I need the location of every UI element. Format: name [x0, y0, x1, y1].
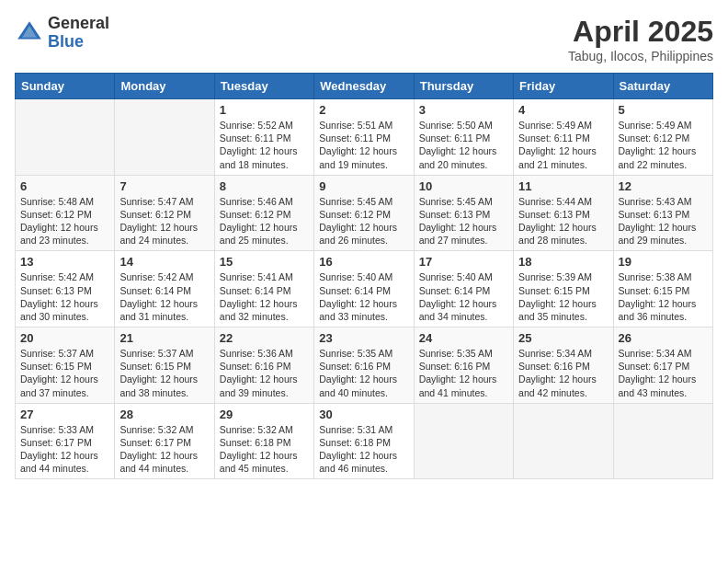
- calendar-cell: 1Sunrise: 5:52 AM Sunset: 6:11 PM Daylig…: [214, 99, 313, 176]
- day-number: 23: [319, 331, 408, 345]
- day-info: Sunrise: 5:49 AM Sunset: 6:12 PM Dayligh…: [619, 119, 708, 171]
- day-number: 3: [419, 103, 508, 117]
- day-info: Sunrise: 5:40 AM Sunset: 6:14 PM Dayligh…: [319, 270, 408, 323]
- day-info: Sunrise: 5:35 AM Sunset: 6:16 PM Dayligh…: [319, 347, 408, 399]
- calendar-cell: 11Sunrise: 5:44 AM Sunset: 6:13 PM Dayli…: [514, 175, 613, 251]
- calendar-cell: 2Sunrise: 5:51 AM Sunset: 6:11 PM Daylig…: [314, 99, 414, 176]
- calendar-cell: [514, 403, 613, 479]
- calendar-week-row: 1Sunrise: 5:52 AM Sunset: 6:11 PM Daylig…: [16, 99, 713, 176]
- day-info: Sunrise: 5:52 AM Sunset: 6:11 PM Dayligh…: [220, 119, 309, 171]
- day-info: Sunrise: 5:32 AM Sunset: 6:18 PM Dayligh…: [220, 423, 309, 476]
- day-number: 15: [220, 255, 309, 269]
- calendar-cell: 6Sunrise: 5:48 AM Sunset: 6:12 PM Daylig…: [16, 175, 115, 251]
- day-info: Sunrise: 5:46 AM Sunset: 6:12 PM Dayligh…: [220, 195, 309, 247]
- calendar-cell: 20Sunrise: 5:37 AM Sunset: 6:15 PM Dayli…: [16, 327, 115, 404]
- day-number: 26: [619, 331, 708, 345]
- calendar-cell: 29Sunrise: 5:32 AM Sunset: 6:18 PM Dayli…: [214, 403, 313, 479]
- day-number: 29: [220, 408, 309, 421]
- calendar-cell: 27Sunrise: 5:33 AM Sunset: 6:17 PM Dayli…: [16, 403, 115, 479]
- day-info: Sunrise: 5:43 AM Sunset: 6:13 PM Dayligh…: [619, 195, 708, 247]
- calendar-week-row: 6Sunrise: 5:48 AM Sunset: 6:12 PM Daylig…: [16, 175, 713, 251]
- day-info: Sunrise: 5:45 AM Sunset: 6:12 PM Dayligh…: [319, 195, 408, 247]
- day-number: 6: [20, 179, 109, 193]
- day-number: 28: [119, 408, 209, 421]
- day-number: 13: [20, 255, 109, 269]
- calendar-cell: 28Sunrise: 5:32 AM Sunset: 6:17 PM Dayli…: [115, 403, 214, 479]
- calendar-header-row: SundayMondayTuesdayWednesdayThursdayFrid…: [16, 74, 713, 99]
- day-number: 21: [119, 331, 209, 345]
- calendar-cell: 8Sunrise: 5:46 AM Sunset: 6:12 PM Daylig…: [214, 175, 313, 251]
- location: Tabug, Ilocos, Philippines: [568, 49, 713, 63]
- calendar-cell: 7Sunrise: 5:47 AM Sunset: 6:12 PM Daylig…: [115, 175, 214, 251]
- logo-blue: Blue: [48, 33, 109, 52]
- calendar-cell: 24Sunrise: 5:35 AM Sunset: 6:16 PM Dayli…: [414, 327, 513, 404]
- day-info: Sunrise: 5:41 AM Sunset: 6:14 PM Dayligh…: [220, 270, 309, 323]
- page-header: General Blue April 2025 Tabug, Ilocos, P…: [15, 15, 713, 63]
- day-info: Sunrise: 5:42 AM Sunset: 6:13 PM Dayligh…: [20, 270, 109, 323]
- logo-text: General Blue: [48, 15, 109, 52]
- calendar-week-row: 13Sunrise: 5:42 AM Sunset: 6:13 PM Dayli…: [16, 251, 713, 327]
- day-info: Sunrise: 5:37 AM Sunset: 6:15 PM Dayligh…: [119, 347, 209, 399]
- day-number: 18: [518, 255, 608, 269]
- day-number: 24: [419, 331, 508, 345]
- calendar-cell: 9Sunrise: 5:45 AM Sunset: 6:12 PM Daylig…: [314, 175, 414, 251]
- calendar-cell: 3Sunrise: 5:50 AM Sunset: 6:11 PM Daylig…: [414, 99, 513, 176]
- day-number: 9: [319, 179, 408, 193]
- day-info: Sunrise: 5:51 AM Sunset: 6:11 PM Dayligh…: [319, 119, 408, 171]
- calendar-cell: 19Sunrise: 5:38 AM Sunset: 6:15 PM Dayli…: [613, 251, 712, 327]
- logo-icon: [15, 18, 44, 48]
- calendar-cell: 12Sunrise: 5:43 AM Sunset: 6:13 PM Dayli…: [613, 175, 712, 251]
- calendar-cell: 16Sunrise: 5:40 AM Sunset: 6:14 PM Dayli…: [314, 251, 414, 327]
- calendar-cell: 17Sunrise: 5:40 AM Sunset: 6:14 PM Dayli…: [414, 251, 513, 327]
- calendar-cell: 5Sunrise: 5:49 AM Sunset: 6:12 PM Daylig…: [613, 99, 712, 176]
- day-info: Sunrise: 5:34 AM Sunset: 6:17 PM Dayligh…: [619, 347, 708, 399]
- calendar-cell: [613, 403, 712, 479]
- day-info: Sunrise: 5:35 AM Sunset: 6:16 PM Dayligh…: [419, 347, 508, 399]
- calendar-cell: 22Sunrise: 5:36 AM Sunset: 6:16 PM Dayli…: [214, 327, 313, 404]
- calendar-cell: 18Sunrise: 5:39 AM Sunset: 6:15 PM Dayli…: [514, 251, 613, 327]
- day-number: 1: [220, 103, 309, 117]
- day-info: Sunrise: 5:31 AM Sunset: 6:18 PM Dayligh…: [319, 423, 408, 476]
- calendar-cell: [16, 99, 115, 176]
- calendar-cell: 14Sunrise: 5:42 AM Sunset: 6:14 PM Dayli…: [115, 251, 214, 327]
- calendar-cell: 26Sunrise: 5:34 AM Sunset: 6:17 PM Dayli…: [613, 327, 712, 404]
- logo-general: General: [48, 15, 109, 33]
- day-number: 22: [220, 331, 309, 345]
- calendar-header-wednesday: Wednesday: [314, 74, 414, 99]
- calendar-cell: 21Sunrise: 5:37 AM Sunset: 6:15 PM Dayli…: [115, 327, 214, 404]
- day-info: Sunrise: 5:40 AM Sunset: 6:14 PM Dayligh…: [419, 270, 508, 323]
- calendar-header-thursday: Thursday: [414, 74, 513, 99]
- day-number: 20: [20, 331, 109, 345]
- calendar-header-friday: Friday: [514, 74, 613, 99]
- calendar-week-row: 20Sunrise: 5:37 AM Sunset: 6:15 PM Dayli…: [16, 327, 713, 404]
- day-info: Sunrise: 5:36 AM Sunset: 6:16 PM Dayligh…: [220, 347, 309, 399]
- calendar-cell: 30Sunrise: 5:31 AM Sunset: 6:18 PM Dayli…: [314, 403, 414, 479]
- day-info: Sunrise: 5:49 AM Sunset: 6:11 PM Dayligh…: [518, 119, 608, 171]
- day-number: 14: [119, 255, 209, 269]
- day-info: Sunrise: 5:42 AM Sunset: 6:14 PM Dayligh…: [119, 270, 209, 323]
- day-number: 7: [119, 179, 209, 193]
- day-number: 17: [419, 255, 508, 269]
- day-info: Sunrise: 5:47 AM Sunset: 6:12 PM Dayligh…: [119, 195, 209, 247]
- day-info: Sunrise: 5:44 AM Sunset: 6:13 PM Dayligh…: [518, 195, 608, 247]
- calendar-cell: 23Sunrise: 5:35 AM Sunset: 6:16 PM Dayli…: [314, 327, 414, 404]
- calendar-cell: 4Sunrise: 5:49 AM Sunset: 6:11 PM Daylig…: [514, 99, 613, 176]
- day-number: 19: [619, 255, 708, 269]
- day-info: Sunrise: 5:33 AM Sunset: 6:17 PM Dayligh…: [20, 423, 109, 476]
- calendar-header-saturday: Saturday: [613, 74, 712, 99]
- day-info: Sunrise: 5:39 AM Sunset: 6:15 PM Dayligh…: [518, 270, 608, 323]
- day-number: 10: [419, 179, 508, 193]
- day-info: Sunrise: 5:34 AM Sunset: 6:16 PM Dayligh…: [518, 347, 608, 399]
- day-number: 4: [518, 103, 608, 117]
- day-info: Sunrise: 5:50 AM Sunset: 6:11 PM Dayligh…: [419, 119, 508, 171]
- calendar-header-monday: Monday: [115, 74, 214, 99]
- day-number: 16: [319, 255, 408, 269]
- day-info: Sunrise: 5:37 AM Sunset: 6:15 PM Dayligh…: [20, 347, 109, 399]
- day-info: Sunrise: 5:32 AM Sunset: 6:17 PM Dayligh…: [119, 423, 209, 476]
- day-number: 12: [619, 179, 708, 193]
- calendar-cell: 15Sunrise: 5:41 AM Sunset: 6:14 PM Dayli…: [214, 251, 313, 327]
- calendar-cell: 25Sunrise: 5:34 AM Sunset: 6:16 PM Dayli…: [514, 327, 613, 404]
- calendar-table: SundayMondayTuesdayWednesdayThursdayFrid…: [15, 73, 713, 479]
- logo: General Blue: [15, 15, 109, 52]
- day-number: 25: [518, 331, 608, 345]
